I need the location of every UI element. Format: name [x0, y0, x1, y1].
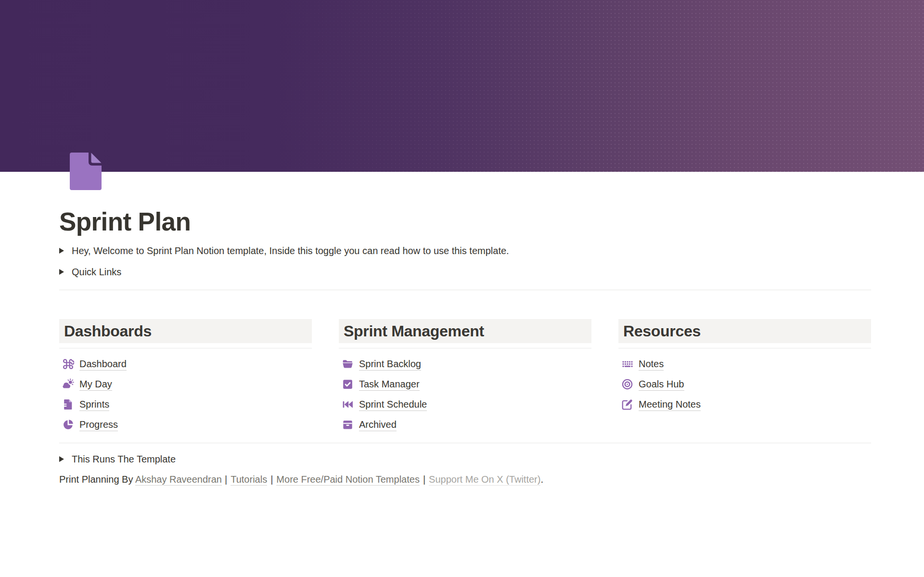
purple-page-icon: [70, 153, 102, 190]
target-icon: [621, 378, 633, 390]
compose-icon: [621, 398, 633, 410]
credit-separator: |: [267, 474, 276, 485]
credit-prefix: Print Planning By: [59, 474, 133, 485]
credit-separator: |: [222, 474, 231, 485]
column-dashboards: Dashboards Dashboard: [59, 319, 312, 438]
cover-image: [0, 0, 924, 172]
page-link-my-day[interactable]: My Day: [62, 378, 312, 391]
toggle-triangle-icon[interactable]: [59, 456, 72, 462]
page-link-label: Meeting Notes: [639, 398, 701, 411]
toggle-runs-template-label: This Runs The Template: [72, 452, 176, 466]
keyboard-icon: [621, 358, 633, 370]
page-link-sprints[interactable]: Sprints: [62, 398, 312, 411]
page-link-label: Sprints: [79, 398, 109, 411]
divider: [59, 348, 312, 348]
folder-icon: [342, 358, 354, 370]
toggle-quick-links-label: Quick Links: [72, 265, 121, 279]
page-link-label: Archived: [359, 419, 397, 431]
page-link-label: Goals Hub: [639, 378, 684, 391]
page-link-goals-hub[interactable]: Goals Hub: [621, 378, 871, 391]
page-link-label: Sprint Schedule: [359, 398, 427, 411]
column-list-dashboards: Dashboard: [59, 358, 312, 431]
page-link-task-manager[interactable]: Task Manager: [342, 378, 591, 391]
page-link-progress[interactable]: Progress: [62, 418, 312, 431]
toggle-triangle-icon[interactable]: [59, 269, 72, 275]
toggle-this-runs-the-template[interactable]: This Runs The Template: [59, 452, 871, 466]
templates-link[interactable]: More Free/Paid Notion Templates: [276, 474, 420, 486]
page-link-label: Sprint Backlog: [359, 358, 421, 371]
page-body: Sprint Plan Hey, Welcome to Sprint Plan …: [0, 207, 924, 486]
page-link-label: Notes: [639, 358, 664, 371]
column-list-resources: Notes Goals Hub: [618, 358, 871, 411]
author-link[interactable]: Akshay Raveendran: [135, 474, 222, 486]
sun-cloud-icon: [62, 378, 74, 390]
link-columns: Dashboards Dashboard: [59, 319, 871, 438]
page-link-label: Progress: [79, 419, 118, 431]
toggle-welcome[interactable]: Hey, Welcome to Sprint Plan Notion templ…: [59, 244, 871, 257]
column-list-sprint-management: Sprint Backlog Task Manager: [339, 358, 591, 431]
credit-separator: |: [420, 474, 429, 485]
page-link-sprint-backlog[interactable]: Sprint Backlog: [342, 358, 591, 371]
column-header-dashboards: Dashboards: [59, 319, 312, 343]
page-link-sprint-schedule[interactable]: Sprint Schedule: [342, 398, 591, 411]
command-icon: [62, 358, 74, 370]
credit-line: Print Planning By Akshay Raveendran|Tuto…: [59, 473, 871, 486]
document-icon: [62, 398, 74, 410]
archive-icon: [342, 419, 354, 431]
page-link-archived[interactable]: Archived: [342, 418, 591, 431]
pie-chart-icon: [62, 419, 74, 431]
page-link-label: Dashboard: [79, 358, 127, 371]
toggle-quick-links[interactable]: Quick Links: [59, 265, 871, 279]
page-link-label: My Day: [79, 378, 112, 391]
column-header-resources: Resources: [618, 319, 871, 343]
toggle-welcome-label: Hey, Welcome to Sprint Plan Notion templ…: [72, 244, 509, 257]
page-link-meeting-notes[interactable]: Meeting Notes: [621, 398, 871, 411]
toggle-triangle-icon[interactable]: [59, 248, 72, 254]
page-link-dashboard[interactable]: Dashboard: [62, 358, 312, 371]
rewind-icon: [342, 398, 354, 410]
column-sprint-management: Sprint Management Sprint Backlog: [339, 319, 591, 438]
divider: [59, 443, 871, 443]
tutorials-link[interactable]: Tutorials: [231, 474, 267, 486]
divider: [339, 348, 591, 348]
page-link-notes[interactable]: Notes: [621, 358, 871, 371]
column-resources: Resources Notes: [618, 319, 871, 438]
twitter-link[interactable]: Support Me On X (Twitter): [429, 474, 540, 486]
divider: [618, 348, 871, 348]
page-title: Sprint Plan: [59, 207, 871, 236]
column-header-sprint-management: Sprint Management: [339, 319, 591, 343]
divider: [59, 290, 871, 290]
page-link-label: Task Manager: [359, 378, 420, 391]
checkbox-icon: [342, 378, 354, 390]
credit-suffix: .: [540, 474, 543, 485]
page-icon[interactable]: [70, 153, 102, 190]
